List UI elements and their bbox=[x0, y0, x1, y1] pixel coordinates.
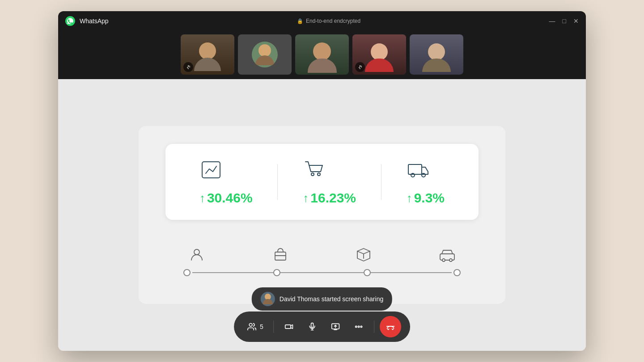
svg-point-3 bbox=[318, 173, 320, 176]
timeline-track bbox=[183, 268, 461, 277]
mute-badge-1 bbox=[183, 62, 193, 72]
title-bar: WhatsApp 🔒 End-to-end endcrypted — □ ✕ bbox=[58, 11, 586, 31]
notification-toast: David Thomas started screen sharing bbox=[252, 287, 392, 311]
stat-divider-2 bbox=[381, 164, 381, 200]
timeline-bag-icon bbox=[267, 247, 294, 263]
timeline-section bbox=[165, 238, 479, 286]
svg-rect-14 bbox=[311, 323, 313, 328]
svg-point-2 bbox=[311, 173, 314, 176]
encryption-label: End-to-end endcrypted bbox=[306, 18, 360, 24]
call-controls-bar: 5 bbox=[234, 311, 410, 342]
title-bar-left: WhatsApp bbox=[65, 16, 109, 26]
title-bar-center: 🔒 End-to-end endcrypted bbox=[109, 18, 549, 24]
separator-2 bbox=[374, 320, 374, 333]
app-title: WhatsApp bbox=[80, 17, 109, 25]
participants-count: 5 bbox=[260, 323, 263, 330]
minimize-button[interactable]: — bbox=[549, 18, 555, 24]
mute-badge-4 bbox=[355, 62, 365, 72]
screenshare-button[interactable] bbox=[326, 317, 345, 337]
window-controls: — □ ✕ bbox=[549, 18, 579, 24]
participant-thumb-4[interactable] bbox=[352, 34, 406, 75]
lock-icon: 🔒 bbox=[297, 18, 303, 24]
stat-divider-1 bbox=[277, 164, 278, 200]
participant-thumb-2[interactable] bbox=[238, 34, 292, 75]
stat-value-2: ↑ 16.23% bbox=[303, 190, 356, 206]
maximize-button[interactable]: □ bbox=[563, 18, 566, 24]
svg-point-20 bbox=[358, 326, 359, 327]
svg-rect-4 bbox=[408, 164, 422, 174]
timeline-dots bbox=[183, 269, 461, 276]
main-content: ↑ 30.46% ↑ bbox=[58, 79, 586, 351]
whatsapp-logo-icon bbox=[65, 16, 75, 26]
end-call-button[interactable] bbox=[380, 316, 401, 337]
separator-1 bbox=[273, 320, 274, 333]
svg-rect-13 bbox=[285, 325, 291, 328]
close-button[interactable]: ✕ bbox=[573, 18, 579, 24]
svg-rect-8 bbox=[275, 252, 286, 260]
toast-message: David Thomas started screen sharing bbox=[280, 295, 383, 303]
cart-icon bbox=[303, 158, 326, 183]
microphone-button[interactable] bbox=[302, 317, 322, 337]
participants-bar bbox=[58, 31, 586, 79]
stat-value-3: ↑ 9.3% bbox=[407, 190, 445, 206]
chart-icon bbox=[199, 158, 223, 183]
truck-icon bbox=[407, 158, 430, 183]
svg-point-10 bbox=[442, 259, 445, 261]
more-options-button[interactable] bbox=[349, 317, 369, 337]
stat-value-1: ↑ 30.46% bbox=[199, 190, 253, 206]
svg-point-12 bbox=[249, 324, 252, 327]
svg-point-7 bbox=[194, 249, 199, 255]
timeline-dot-4 bbox=[453, 269, 461, 276]
participant-thumb-1[interactable] bbox=[181, 34, 234, 75]
participants-button[interactable]: 5 bbox=[243, 317, 268, 337]
participant-thumb-3[interactable] bbox=[295, 34, 349, 75]
timeline-dot-1 bbox=[183, 269, 191, 276]
timeline-dot-3 bbox=[364, 269, 371, 276]
timeline-icons bbox=[183, 247, 461, 263]
timeline-person-icon bbox=[183, 247, 210, 263]
app-window: WhatsApp 🔒 End-to-end endcrypted — □ ✕ bbox=[58, 11, 586, 351]
timeline-car-icon bbox=[434, 247, 461, 263]
stat-item-1: ↑ 30.46% bbox=[199, 158, 253, 206]
stat-item-3: ↑ 9.3% bbox=[407, 158, 445, 206]
shared-screen: ↑ 30.46% ↑ bbox=[139, 126, 505, 304]
toast-avatar bbox=[261, 292, 275, 306]
svg-point-21 bbox=[360, 326, 362, 327]
svg-point-11 bbox=[449, 259, 452, 261]
camera-button[interactable] bbox=[279, 317, 299, 337]
stats-card: ↑ 30.46% ↑ bbox=[165, 144, 479, 220]
svg-point-19 bbox=[355, 326, 356, 327]
participant-thumb-5[interactable] bbox=[410, 34, 463, 75]
timeline-box-icon bbox=[350, 247, 377, 263]
timeline-dot-2 bbox=[273, 269, 280, 276]
stat-item-2: ↑ 16.23% bbox=[303, 158, 356, 206]
